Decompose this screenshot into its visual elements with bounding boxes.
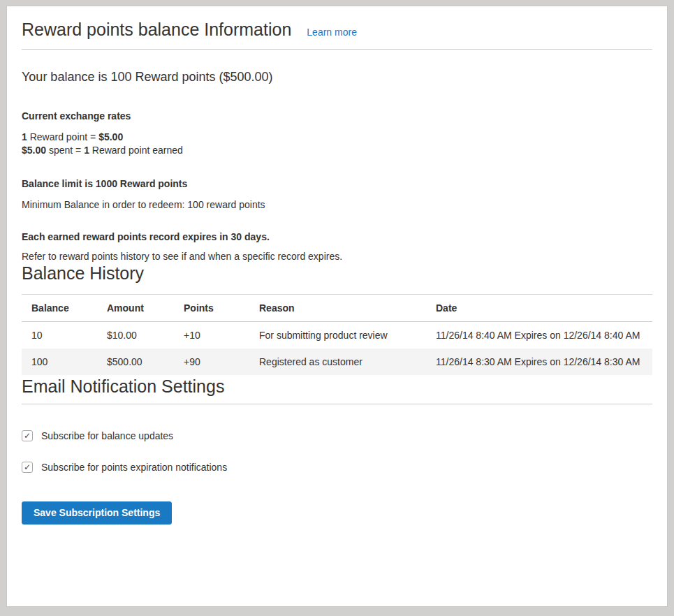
table-row: 10 $10.00 +10 For submitting product rev… xyxy=(22,321,652,349)
balance-limit-text: Balance limit is 1000 Reward points xyxy=(22,178,652,189)
balance-updates-label[interactable]: Subscribe for balance updates xyxy=(41,430,173,441)
column-header-points: Points xyxy=(174,294,249,321)
cell-points: +10 xyxy=(174,321,249,349)
expiration-note-text: Refer to reward points history to see if… xyxy=(22,251,652,262)
cell-balance: 100 xyxy=(22,349,97,375)
balance-history-heading: Balance History xyxy=(22,262,652,285)
balance-history-table: Balance Amount Points Reason Date 10 $10… xyxy=(22,294,652,375)
rate-spend-amount: $5.00 xyxy=(22,145,46,156)
minimum-balance-text: Minimum Balance in order to redeem: 100 … xyxy=(22,199,652,210)
rate-earn-text: Reward point = xyxy=(27,131,98,142)
column-header-balance: Balance xyxy=(22,294,97,321)
page-title-row: Reward points balance Information Learn … xyxy=(22,18,652,41)
table-row: 100 $500.00 +90 Registered as customer 1… xyxy=(22,349,652,375)
reward-points-panel: Reward points balance Information Learn … xyxy=(6,6,668,607)
rate-spend-line: $5.00 spent = 1 Reward point earned xyxy=(22,145,183,156)
exchange-rates-heading: Current exchange rates xyxy=(22,110,652,122)
cell-amount: $10.00 xyxy=(97,321,174,349)
subscribe-balance-updates-row: Subscribe for balance updates xyxy=(22,430,652,441)
table-header-row: Balance Amount Points Reason Date xyxy=(22,294,652,321)
cell-date: 11/26/14 8:40 AM Expires on 12/26/14 8:4… xyxy=(426,321,652,349)
column-header-date: Date xyxy=(426,294,652,321)
cell-points: +90 xyxy=(174,349,249,375)
cell-balance: 10 xyxy=(22,321,97,349)
rate-spend-text: spent = xyxy=(46,145,84,156)
expiration-rule-text: Each earned reward points record expires… xyxy=(22,231,652,242)
page-title: Reward points balance Information xyxy=(22,18,291,41)
rate-spend-tail: Reward point earned xyxy=(89,145,183,156)
cell-reason: Registered as customer xyxy=(249,349,426,375)
column-header-amount: Amount xyxy=(97,294,174,321)
cell-date: 11/26/14 8:30 AM Expires on 12/26/14 8:3… xyxy=(426,349,652,375)
save-subscription-settings-button[interactable]: Save Subscription Settings xyxy=(22,501,172,525)
subscribe-points-expiration-row: Subscribe for points expiration notifica… xyxy=(22,462,652,473)
email-settings-divider xyxy=(22,404,652,404)
balance-updates-checkbox[interactable] xyxy=(22,430,33,441)
title-divider xyxy=(22,49,652,50)
window-frame: Reward points balance Information Learn … xyxy=(0,0,674,616)
rate-earn-amount: $5.00 xyxy=(98,131,123,142)
email-notification-settings-heading: Email Notification Settings xyxy=(22,375,652,398)
exchange-rates-lines: 1 Reward point = $5.00 $5.00 spent = 1 R… xyxy=(22,131,652,157)
learn-more-link[interactable]: Learn more xyxy=(307,27,357,38)
cell-reason: For submitting product review xyxy=(249,321,426,349)
rate-spend-points: 1 xyxy=(84,145,89,156)
points-expiration-checkbox[interactable] xyxy=(22,462,33,473)
points-expiration-label[interactable]: Subscribe for points expiration notifica… xyxy=(41,462,227,473)
rate-earn-line: 1 Reward point = $5.00 xyxy=(22,131,123,142)
cell-amount: $500.00 xyxy=(97,349,174,375)
column-header-reason: Reason xyxy=(249,294,426,321)
rate-earn-points: 1 xyxy=(22,131,27,142)
balance-summary: Your balance is 100 Reward points ($500.… xyxy=(22,70,652,85)
